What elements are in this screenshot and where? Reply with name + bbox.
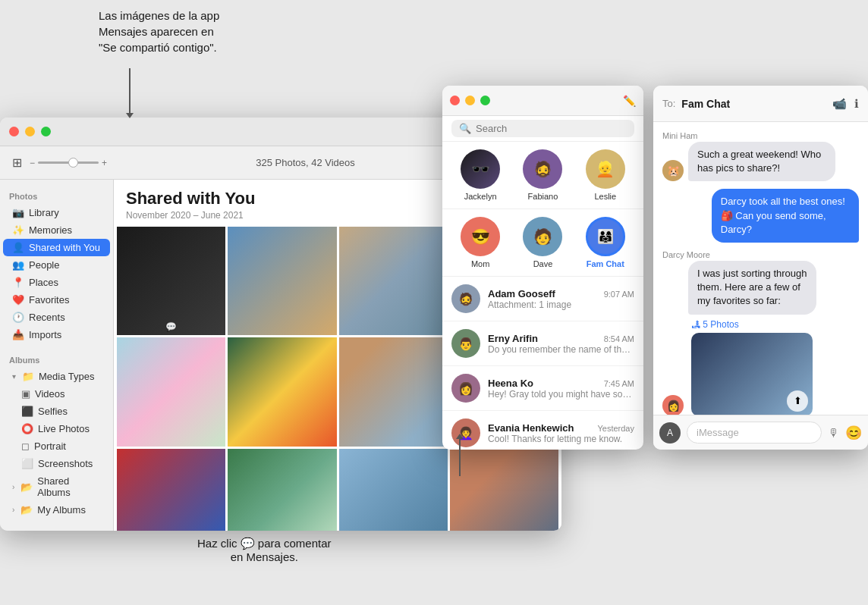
messages-search-bar[interactable]: 🔍 bbox=[442, 116, 643, 142]
arrow-top bbox=[129, 68, 131, 114]
messages-minimize-button[interactable] bbox=[465, 96, 475, 105]
imessage-placeholder: iMessage bbox=[697, 427, 739, 438]
messages-titlebar: ✏️ bbox=[442, 86, 643, 116]
darcy-avatar: 👩 bbox=[662, 395, 684, 415]
videos-icon: ▣ bbox=[21, 388, 30, 400]
sidebar-item-media-types[interactable]: ▾ 📁 Media Types bbox=[3, 368, 110, 385]
contact-name-fabiano: Fabiano bbox=[528, 192, 558, 201]
msg-name-heena: Heena Ko bbox=[488, 378, 533, 389]
sender-label-darcy: Darcy Moore bbox=[662, 250, 859, 259]
sidebar-item-videos[interactable]: ▣ Videos bbox=[3, 385, 110, 403]
voice-icon[interactable]: 🎙 bbox=[828, 426, 839, 439]
memories-icon: ✨ bbox=[12, 224, 24, 236]
contact-fabiano[interactable]: 🧔 Fabiano bbox=[523, 149, 562, 201]
sidebar-item-screenshots[interactable]: ⬜ Screenshots bbox=[3, 455, 110, 472]
message-row-heena[interactable]: 👩 Heena Ko 7:45 AM Hey! Gray told you mi… bbox=[442, 366, 643, 411]
maximize-button[interactable] bbox=[41, 127, 51, 136]
photo-cell[interactable] bbox=[339, 227, 448, 335]
photo-cell[interactable]: 💬 bbox=[117, 449, 225, 531]
places-icon: 📍 bbox=[12, 277, 24, 288]
emoji-button[interactable]: 😊 bbox=[845, 425, 862, 441]
sidebar-item-selfies[interactable]: ⬛ Selfies bbox=[3, 403, 110, 420]
share-photo-button[interactable]: ⬆ bbox=[787, 390, 808, 412]
msg-time-heena: 7:45 AM bbox=[604, 379, 634, 388]
live-photos-icon: ⭕ bbox=[21, 423, 33, 434]
compose-icon[interactable]: ✏️ bbox=[623, 95, 636, 107]
contact-avatar-fabiano: 🧔 bbox=[523, 149, 562, 189]
sidebar-item-memories[interactable]: ✨ Memories bbox=[3, 221, 110, 239]
photos-preview-img[interactable]: ⬆ bbox=[691, 333, 813, 415]
photo-cell[interactable]: 💬 bbox=[450, 449, 558, 531]
sidebar-item-my-albums[interactable]: › 📂 My Albums bbox=[3, 501, 110, 519]
contact-name-jackelyn: Jackelyn bbox=[464, 192, 497, 201]
sidebar-item-people[interactable]: 👥 People bbox=[3, 256, 110, 274]
photo-cell[interactable] bbox=[117, 337, 225, 446]
selfies-icon: ⬛ bbox=[21, 406, 33, 417]
messages-close-button[interactable] bbox=[450, 96, 460, 105]
zoom-slider[interactable]: − + bbox=[30, 158, 107, 168]
contact-leslie[interactable]: 👱 Leslie bbox=[586, 149, 625, 201]
favorites-icon: ❤️ bbox=[12, 294, 24, 306]
chat-bubble-row-me: Darcy took all the best ones! 🎒 Can you … bbox=[662, 189, 859, 243]
contact-mom[interactable]: 😎 Mom bbox=[461, 217, 500, 268]
contact-jackelyn[interactable]: 🕶️ Jackelyn bbox=[461, 149, 500, 201]
msg-avatar-evania: 👩‍🦱 bbox=[451, 418, 480, 447]
photo-cell[interactable]: 💬 bbox=[117, 227, 225, 335]
photo-cell[interactable] bbox=[339, 337, 448, 446]
chat-window: To: Fam Chat 📹 ℹ Mini Ham 🐹 Such a great… bbox=[653, 86, 868, 450]
sidebar-item-shared-with-you[interactable]: 👤 Shared with You bbox=[3, 239, 110, 256]
photo-cell[interactable] bbox=[228, 449, 336, 531]
search-input[interactable] bbox=[476, 123, 627, 134]
my-albums-chevron: › bbox=[12, 506, 14, 514]
comment-icon[interactable]: 💬 bbox=[165, 321, 177, 332]
minimize-button[interactable] bbox=[25, 127, 35, 136]
message-row-erny[interactable]: 👨 Erny Arifin 8:54 AM Do you remember th… bbox=[442, 321, 643, 366]
msg-name-evania: Evania Henkewich bbox=[488, 422, 574, 434]
media-types-chevron: ▾ bbox=[12, 372, 16, 381]
msg-content-evania: Evania Henkewich Yesterday Cool! Thanks … bbox=[488, 422, 634, 444]
photo-cell[interactable] bbox=[228, 227, 336, 335]
message-row-adam[interactable]: 🧔 Adam Gooseff 9:07 AM Attachment: 1 ima… bbox=[442, 277, 643, 321]
chat-to-label: To: bbox=[662, 98, 675, 109]
sidebar-item-shared-albums[interactable]: › 📂 Shared Albums bbox=[3, 472, 110, 501]
message-row-evania[interactable]: 👩‍🦱 Evania Henkewich Yesterday Cool! Tha… bbox=[442, 411, 643, 450]
chat-titlebar: To: Fam Chat 📹 ℹ bbox=[653, 86, 868, 122]
msg-time-adam: 9:07 AM bbox=[604, 290, 634, 299]
sidebar-item-recents[interactable]: 🕐 Recents bbox=[3, 309, 110, 326]
sidebar-section-projects: Projects bbox=[0, 525, 113, 531]
close-button[interactable] bbox=[9, 127, 19, 136]
media-types-icon: 📁 bbox=[22, 371, 34, 382]
photo-cell[interactable] bbox=[228, 337, 336, 446]
messages-maximize-button[interactable] bbox=[480, 96, 490, 105]
sidebar-item-places[interactable]: 📍 Places bbox=[3, 274, 110, 291]
app-icon-button[interactable]: A bbox=[659, 422, 681, 444]
sidebar-item-library[interactable]: 📷 Library bbox=[3, 204, 110, 221]
msg-time-evania: Yesterday bbox=[597, 424, 634, 433]
contacts-row-2: 😎 Mom 🧑 Dave 👨‍👩‍👧 Fam Chat bbox=[442, 209, 643, 277]
messages-window: ✏️ 🔍 🕶️ Jackelyn 🧔 Fabiano 👱 Leslie bbox=[442, 86, 643, 450]
grid-view-icon[interactable]: ⊞ bbox=[12, 155, 22, 170]
chat-messages: Mini Ham 🐹 Such a great weekend! Who has… bbox=[653, 122, 868, 415]
msg-name-adam: Adam Gooseff bbox=[488, 288, 555, 299]
imessage-input[interactable]: iMessage bbox=[687, 422, 822, 444]
imports-icon: 📥 bbox=[12, 329, 24, 340]
contact-avatar-leslie: 👱 bbox=[586, 149, 625, 189]
msg-name-erny: Erny Arifin bbox=[488, 333, 538, 344]
sender-label-mini-ham: Mini Ham bbox=[662, 131, 859, 140]
sidebar-item-favorites[interactable]: ❤️ Favorites bbox=[3, 291, 110, 309]
sidebar-item-imports[interactable]: 📥 Imports bbox=[3, 326, 110, 343]
video-call-icon[interactable]: 📹 bbox=[832, 97, 847, 111]
sidebar-item-portrait[interactable]: ◻ Portrait bbox=[3, 437, 110, 455]
shared-albums-icon: 📂 bbox=[20, 481, 33, 493]
photo-cell[interactable] bbox=[339, 449, 448, 531]
info-icon[interactable]: ℹ bbox=[854, 97, 859, 111]
contact-fam-chat[interactable]: 👨‍👩‍👧 Fam Chat bbox=[586, 217, 625, 268]
chat-bubble-row-darcy: 👩 I was just sorting through them. Here … bbox=[662, 261, 859, 415]
mini-ham-avatar: 🐹 bbox=[662, 160, 684, 181]
photos-preview-link[interactable]: 🏞 5 Photos bbox=[691, 319, 859, 330]
sidebar-item-live-photos[interactable]: ⭕ Live Photos bbox=[3, 420, 110, 437]
photo-count: 325 Photos, 42 Videos bbox=[115, 157, 496, 168]
contact-dave[interactable]: 🧑 Dave bbox=[523, 217, 562, 268]
contact-avatar-fam-chat: 👨‍👩‍👧 bbox=[586, 217, 625, 256]
contacts-row: 🕶️ Jackelyn 🧔 Fabiano 👱 Leslie bbox=[442, 142, 643, 209]
